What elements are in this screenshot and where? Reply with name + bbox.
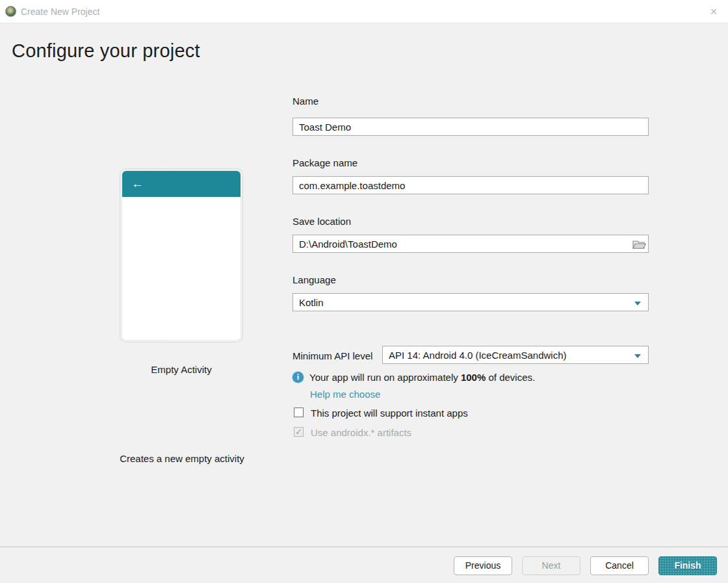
template-preview-card: ← — [122, 171, 240, 340]
save-location-input[interactable] — [292, 235, 649, 253]
footer-divider — [0, 547, 728, 547]
back-arrow-icon: ← — [131, 175, 144, 192]
template-preview-appbar: ← — [122, 171, 240, 197]
instant-apps-label[interactable]: This project will support instant apps — [311, 408, 468, 419]
folder-browse-icon[interactable] — [632, 237, 646, 250]
name-label: Name — [292, 96, 318, 107]
language-select[interactable]: Kotlin — [292, 293, 649, 311]
api-coverage-percent: 100% — [461, 372, 486, 383]
template-description: Creates a new empty activity — [98, 453, 266, 464]
package-name-label: Package name — [292, 157, 358, 168]
package-name-input[interactable] — [292, 176, 649, 194]
min-api-value: API 14: Android 4.0 (IceCreamSandwich) — [389, 350, 566, 361]
min-api-select[interactable]: API 14: Android 4.0 (IceCreamSandwich) — [382, 346, 649, 364]
instant-apps-checkbox[interactable] — [294, 408, 304, 417]
api-coverage-note: Your app will run on approximately 100% … — [309, 372, 535, 383]
window-title: Create New Project — [21, 0, 99, 23]
template-name: Empty Activity — [122, 364, 240, 375]
androidx-label: Use androidx.* artifacts — [311, 427, 411, 438]
info-icon: i — [292, 372, 304, 383]
chevron-down-icon — [634, 354, 641, 358]
save-location-label: Save location — [292, 216, 351, 227]
language-value: Kotlin — [299, 297, 324, 308]
finish-button[interactable]: Finish — [658, 556, 717, 575]
androidx-checkbox: ✓ — [294, 427, 304, 437]
android-studio-icon — [5, 6, 16, 17]
close-icon[interactable]: × — [706, 4, 722, 19]
cancel-button[interactable]: Cancel — [590, 556, 649, 575]
name-input[interactable] — [292, 118, 649, 136]
min-api-label: Minimum API level — [292, 350, 372, 361]
chevron-down-icon — [634, 302, 641, 305]
window-titlebar: Create New Project × — [0, 0, 728, 23]
page-title: Configure your project — [12, 40, 200, 62]
next-button: Next — [522, 556, 580, 575]
help-me-choose-link[interactable]: Help me choose — [310, 389, 380, 400]
language-label: Language — [292, 274, 336, 285]
previous-button[interactable]: Previous — [454, 556, 512, 575]
